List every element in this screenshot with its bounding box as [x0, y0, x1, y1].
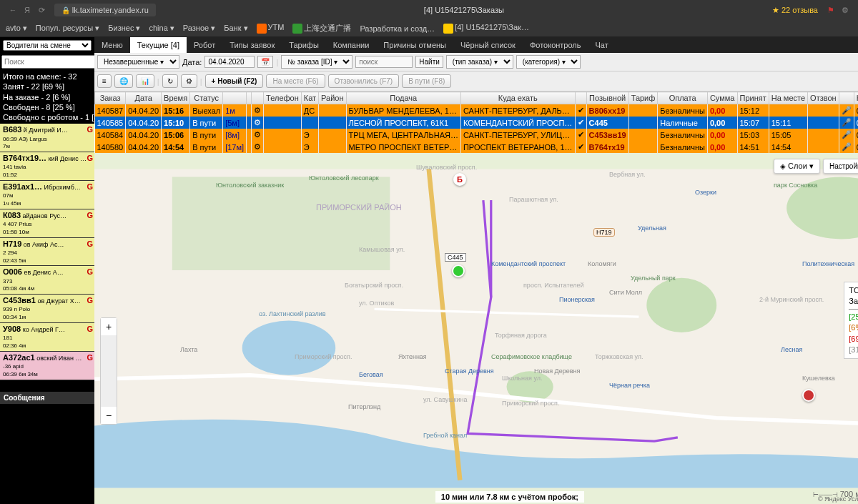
reviews-badge[interactable]: ★ 22 отзыва — [772, 6, 818, 15]
bookmark-item[interactable]: 上海交通广播 — [292, 23, 351, 34]
column-header[interactable]: Куда ехать — [460, 92, 575, 104]
order-search-input[interactable] — [355, 56, 413, 68]
zoom-slider[interactable] — [101, 335, 117, 407]
tab-5[interactable]: Компании — [326, 37, 377, 53]
settings-icon[interactable]: ⚙ — [181, 74, 197, 88]
column-header[interactable]: Район — [319, 92, 346, 104]
filter-bar: Незавершенные ▾ Дата: 📅 | № заказа [ID] … — [94, 53, 858, 71]
driver-filter-select[interactable]: Водители на смене — [3, 40, 92, 51]
calendar-icon[interactable]: 📅 — [257, 56, 273, 68]
date-label: Дата: — [182, 58, 202, 66]
messages-header[interactable]: Сообщения — [0, 392, 94, 404]
column-header[interactable]: Позывной — [586, 92, 628, 104]
order-row[interactable]: 14058004.04.2014:54В пути[17м]⚙ЭМЕТРО ПР… — [95, 141, 859, 153]
driver-marker[interactable] — [802, 389, 815, 402]
map-settings-button[interactable]: Настройки ▾ — [823, 159, 858, 174]
orders-table: ЗаказДатаВремяСтатусТелефонКатРайонПодач… — [94, 92, 858, 153]
driver-item[interactable]: С453вв1 ов Джурат Х…G939 n Polo00:34 1м — [0, 295, 94, 323]
column-header[interactable] — [223, 92, 247, 104]
driver-search-input[interactable] — [1, 55, 98, 69]
column-header[interactable]: Отзвон — [808, 92, 839, 104]
globe-icon[interactable]: 🌐 — [114, 74, 133, 88]
driver-item[interactable]: К083 айданов Рус…G4 407 Prius01:58 10м — [0, 209, 94, 238]
tab-1[interactable]: Текущие [4] — [130, 37, 187, 53]
yandex-icon[interactable]: Я — [20, 6, 34, 14]
column-header[interactable]: Статус — [190, 92, 223, 104]
column-header[interactable] — [252, 92, 264, 104]
flag-icon[interactable]: ⚑ — [824, 6, 838, 15]
driver-item[interactable]: В764тх19… кий Денис …G141 tavia01:52 — [0, 152, 94, 181]
column-header[interactable] — [247, 92, 252, 104]
column-header[interactable]: Сумма — [707, 92, 737, 104]
type-filter[interactable]: (тип заказа) ▾ — [446, 55, 513, 69]
extensions-icon[interactable]: ⚙ — [838, 6, 852, 15]
tab-0[interactable]: Меню — [94, 37, 130, 53]
driver-item[interactable]: У908 ко Андрей Г…G181 02:36 4м — [0, 323, 94, 352]
refresh-icon[interactable]: ↻ — [162, 74, 178, 88]
column-header[interactable]: Дата — [126, 92, 162, 104]
column-header[interactable]: Телефон — [264, 92, 302, 104]
bookmark-item[interactable]: Разное ▾ — [183, 24, 215, 33]
column-header[interactable]: Оплата — [658, 92, 708, 104]
order-id-mode[interactable]: № заказа [ID] ▾ — [281, 55, 352, 69]
date-input[interactable] — [204, 56, 255, 68]
main-tabs: МенюТекущие [4]РоботТипы заявокТарифыКом… — [94, 37, 858, 53]
column-header[interactable] — [575, 92, 586, 104]
column-header[interactable] — [839, 92, 854, 104]
column-header[interactable]: Кат — [301, 92, 318, 104]
tab-9[interactable]: Чат — [588, 37, 616, 53]
on-way-button[interactable]: В пути (F8) — [402, 74, 451, 88]
column-header[interactable]: Время — [162, 92, 190, 104]
car-marker[interactable] — [452, 265, 465, 277]
status-filter[interactable]: Незавершенные ▾ — [97, 55, 179, 69]
content-area: МенюТекущие [4]РоботТипы заявокТарифыКом… — [94, 37, 858, 504]
tab-6[interactable]: Причины отмены — [376, 37, 453, 53]
stat-line: На заказе - 2 [6 %] — [3, 92, 92, 102]
order-row[interactable]: 14058704.04.2015:16Выехал1м⚙ДСБУЛЬВАР МЕ… — [95, 104, 859, 117]
back-icon[interactable]: ← — [6, 6, 20, 14]
on-place-button[interactable]: На месте (F6) — [266, 74, 325, 88]
tab-8[interactable]: Фотоконтроль — [523, 37, 588, 53]
route-info: 10 мин или 7.8 км с учётом пробок; — [435, 491, 584, 503]
tab-7[interactable]: Чёрный список — [453, 37, 523, 53]
page-title: [4] U15421275\Заказы — [156, 6, 772, 14]
bookmark-item[interactable]: avto ▾ — [6, 24, 27, 33]
column-header[interactable]: Принят — [737, 92, 769, 104]
order-row[interactable]: 14058404.04.2015:06В пути[8м]⚙ЭТРЦ МЕГА,… — [95, 129, 859, 141]
column-header[interactable]: На месте — [769, 92, 807, 104]
url-bar[interactable]: 🔒 lk.taximeter.yandex.ru — [54, 4, 156, 16]
bookmark-item[interactable]: Разработка и созд… — [360, 24, 435, 33]
driver-item[interactable]: Е391ах1… Иброхимб…G07м 1ч 45м — [0, 181, 94, 209]
stat-line: Свободен - 8 [25 %] — [3, 102, 92, 112]
find-button[interactable]: Найти — [415, 56, 443, 68]
bookmark-item[interactable]: Банк ▾ — [224, 24, 247, 33]
layers-button[interactable]: ◈ Слои ▾ — [774, 159, 820, 174]
tab-4[interactable]: Тарифы — [282, 37, 326, 53]
tab-2[interactable]: Робот — [187, 37, 222, 53]
driver-item[interactable]: А372ас1 овский Иван …G-36 apid06:39 6м 3… — [0, 352, 94, 380]
bookmark-item[interactable]: Бизнес ▾ — [108, 24, 140, 33]
driver-item[interactable]: В683 й Дмитрий И…G06:39 АЗ) Largus7м — [0, 124, 94, 152]
new-order-button[interactable]: + Новый (F2) — [205, 74, 264, 88]
column-header[interactable]: Тариф — [628, 92, 658, 104]
driver-item[interactable]: О006 ев Денис А…G373 05:08 4м 4м — [0, 266, 94, 295]
driver-item[interactable]: Н719 ов Акиф Ас…G2 294 02:43 5м — [0, 238, 94, 267]
chart-icon[interactable]: 📊 — [136, 74, 154, 88]
column-header[interactable]: Компания — [854, 92, 858, 104]
zoom-out-button[interactable]: − — [101, 407, 117, 424]
map[interactable]: ПРИМОРСКИЙ РАЙОНЮнтоловский заказникЮнто… — [94, 153, 858, 504]
zoom-in-button[interactable]: + — [101, 318, 117, 335]
reload-icon[interactable]: ⟳ — [34, 6, 49, 15]
bookmark-item[interactable]: УТМ — [257, 23, 285, 33]
tab-3[interactable]: Типы заявок — [222, 37, 282, 53]
bookmark-item[interactable]: [4] U15421275\Зак… — [443, 23, 529, 33]
point-b-marker[interactable]: Б — [453, 173, 466, 186]
bookmark-item[interactable]: china ▾ — [149, 24, 174, 33]
column-header[interactable]: Заказ — [95, 92, 126, 104]
order-row[interactable]: 14058504.04.2015:10В пути[5м]⚙ЛЕСНОЙ ПРО… — [95, 117, 859, 129]
column-header[interactable]: Подача — [346, 92, 460, 104]
list-icon[interactable]: ≡ — [97, 74, 112, 88]
called-button[interactable]: Отзвонились (F7) — [328, 74, 400, 88]
bookmark-item[interactable]: Попул. ресурсы ▾ — [36, 24, 99, 33]
category-filter[interactable]: (категория) ▾ — [516, 55, 581, 69]
